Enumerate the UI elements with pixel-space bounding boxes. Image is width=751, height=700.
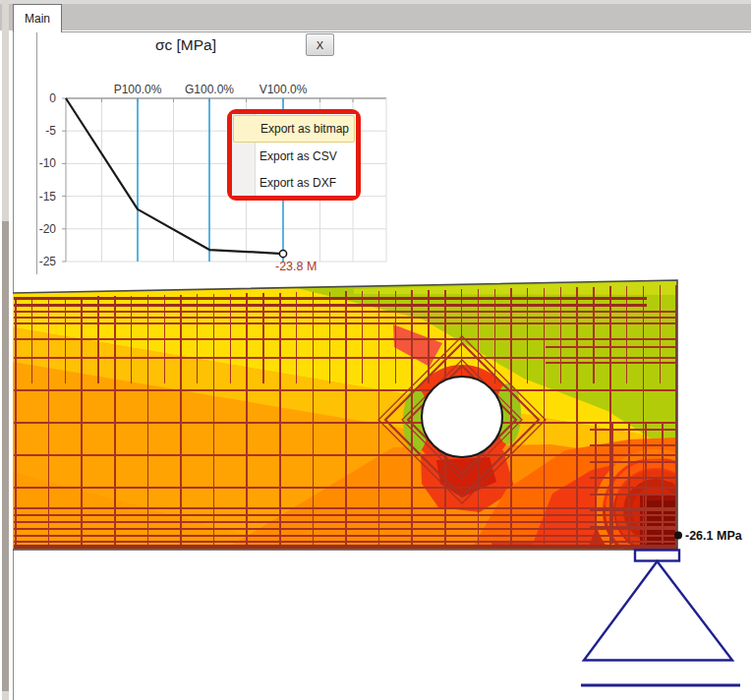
stress-min-marker [674, 532, 682, 540]
annotation-highlight-border: Export as bitmap Export as CSV Export as… [227, 109, 361, 201]
menu-item-export-bitmap[interactable]: Export as bitmap [233, 115, 355, 143]
menu-item-export-csv[interactable]: Export as CSV [232, 144, 356, 169]
y-tick-label: -20 [39, 222, 57, 236]
menu-item-label: Export as CSV [260, 149, 337, 163]
y-tick-label: -15 [39, 190, 57, 204]
stage-label: V100.0% [260, 83, 308, 96]
support-triangle-icon [584, 561, 732, 661]
circular-opening [422, 377, 502, 457]
current-point-marker [279, 250, 286, 257]
y-tick-label: -25 [39, 255, 57, 268]
y-tick-label: -5 [45, 124, 56, 138]
current-value-label: -23.8 M [275, 260, 317, 273]
y-tick-label: 0 [49, 91, 56, 105]
stage-label: P100.0% [114, 83, 162, 96]
stress-min-label: -26.1 MPa [685, 529, 743, 543]
stress-contour-regions [13, 278, 713, 567]
tab-main[interactable]: Main [13, 4, 62, 32]
chart-title: σc [MPa] [38, 36, 333, 54]
context-menu: Export as bitmap Export as CSV Export as… [232, 114, 356, 196]
menu-item-export-dxf[interactable]: Export as DXF [232, 170, 356, 196]
application-window: Main [0, 0, 751, 700]
support-symbol [581, 551, 740, 686]
menu-item-label: Export as DXF [260, 176, 336, 190]
y-tick-label: -10 [39, 156, 57, 170]
tab-main-label: Main [25, 12, 50, 26]
close-button[interactable]: X [306, 33, 334, 56]
close-button-label: X [317, 39, 323, 51]
menu-item-label: Export as bitmap [260, 122, 349, 136]
left-scrollbar-thumb[interactable] [2, 221, 9, 691]
stage-label: G100.0% [185, 83, 234, 96]
bearing-plate [635, 551, 679, 561]
